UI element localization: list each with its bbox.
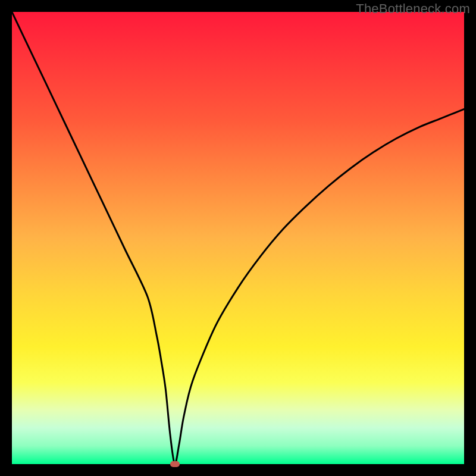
plot-area <box>12 12 464 464</box>
watermark-text: TheBottleneck.com <box>356 1 470 17</box>
bottleneck-curve-path <box>12 12 464 464</box>
chart-container: TheBottleneck.com <box>0 0 476 476</box>
curve-svg <box>12 12 464 464</box>
bottleneck-marker <box>170 461 180 467</box>
